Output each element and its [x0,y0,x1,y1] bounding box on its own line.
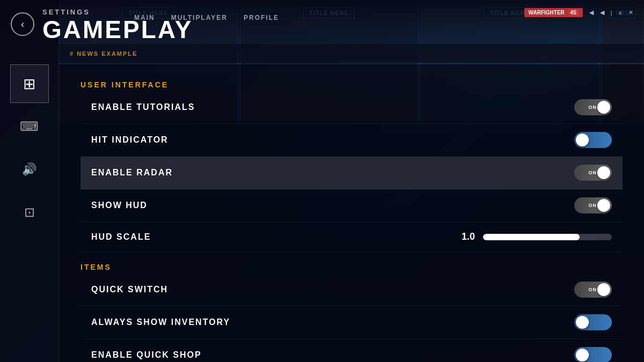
toggle-on-label-qs: ON [589,287,597,292]
setting-label-hud-scale: HUD SCALE [91,232,151,242]
sidebar-icon-audio[interactable]: 🔊 [10,150,49,189]
toggle-on-label-tutorials: ON [589,105,597,110]
setting-label-always-show-inventory: ALWAYS SHOW INVENTORY [91,317,230,327]
settings-panel: USER INTERFACE ENABLE TUTORIALS ON HIT I… [59,64,644,362]
setting-row-show-hud: SHOW HUD ON [80,189,623,222]
toggle-track-quick-shop[interactable]: OFF [574,347,612,362]
menu-icon[interactable]: ≡ [619,10,622,16]
setting-row-enable-quick-shop: ENABLE QUICK SHOP OFF [80,339,623,362]
setting-label-hit-indicator: HIT INDICATOR [91,135,169,145]
toggle-knob-hit-indicator [576,134,589,146]
top-right-controls: WARFIGHTER 45 ◀ ◀ | ≡ ✕ [524,8,633,17]
display-icon: ⊡ [24,205,35,220]
section-header-ui: USER INTERFACE [80,80,623,89]
close-icon[interactable]: ✕ [628,9,633,16]
toggle-knob-hud [597,199,610,212]
nav-tab-main[interactable]: MAIN [134,14,155,21]
nav-prev-icon[interactable]: ◀ [589,9,594,16]
toggle-track-radar[interactable]: ON [574,165,612,181]
toggle-knob-inventory [576,316,589,329]
user-badge: WARFIGHTER 45 [524,8,583,17]
setting-label-enable-tutorials: ENABLE TUTORIALS [91,102,195,112]
sidebar-icon-gamepad[interactable]: ⊞ [10,64,49,103]
toggle-knob-radar [597,166,610,179]
gamepad-icon: ⊞ [23,75,35,93]
section-header-items: ITEMS [80,263,623,271]
toggle-always-show-inventory[interactable]: OFF [574,314,612,330]
username-text: WARFIGHTER [529,10,565,16]
toggle-enable-radar[interactable]: ON [574,165,612,181]
toggle-on-label-hud: ON [589,203,597,208]
setting-label-show-hud: SHOW HUD [91,201,148,210]
toggle-track-enable-tutorials[interactable]: ON [574,99,612,115]
setting-label-quick-switch: QUICK SWITCH [91,285,168,294]
hud-scale-slider[interactable] [483,234,612,240]
toggle-show-hud[interactable]: ON [574,197,612,213]
sidebar-icon-display[interactable]: ⊡ [10,193,49,232]
toggle-knob-tutorials [597,101,610,114]
toggle-enable-quick-shop[interactable]: OFF [574,347,612,362]
setting-row-hud-scale: HUD SCALE 1.0 [80,222,623,252]
nav-tab-profile[interactable]: PROFILE [244,14,279,21]
setting-row-quick-switch: QUICK SWITCH ON [80,274,623,306]
toggle-enable-tutorials[interactable]: ON [574,99,612,115]
toggle-hit-indicator[interactable]: OFF [574,132,612,148]
toggle-track-hit-indicator[interactable]: OFF [574,132,612,148]
toggle-knob-quick-shop [576,349,589,361]
setting-label-enable-radar: ENABLE RADAR [91,168,173,178]
nav-prev2-icon[interactable]: ◀ [600,9,604,16]
slider-fill-hud [483,234,580,240]
sidebar-icon-keyboard[interactable]: ⌨ [10,107,49,146]
toggle-knob-quick-switch [597,283,610,296]
audio-icon: 🔊 [22,162,36,176]
back-icon: ‹ [21,19,24,30]
setting-row-hit-indicator: HIT INDICATOR OFF [80,124,623,157]
setting-label-enable-quick-shop: ENABLE QUICK SHOP [91,350,202,360]
toggle-track-hud[interactable]: ON [574,197,612,213]
setting-row-enable-tutorials: ENABLE TUTORIALS ON [80,91,623,124]
top-navigation: MAIN MULTIPLAYER PROFILE [134,10,537,26]
toggle-on-label-radar: ON [589,170,597,175]
nav-tab-multiplayer[interactable]: MULTIPLAYER [171,14,228,21]
toggle-track-inventory[interactable]: OFF [574,314,612,330]
keyboard-icon: ⌨ [20,119,39,134]
separator: | [611,10,612,16]
setting-row-always-show-inventory: ALWAYS SHOW INVENTORY OFF [80,306,623,339]
back-button[interactable]: ‹ [11,12,34,36]
toggle-quick-switch[interactable]: ON [574,282,612,298]
hud-scale-control: 1.0 [456,231,612,242]
user-level: 45 [568,9,579,16]
toggle-track-quick-switch[interactable]: ON [574,282,612,298]
setting-row-enable-radar: ENABLE RADAR ON [80,157,623,189]
hud-scale-value: 1.0 [456,231,475,242]
